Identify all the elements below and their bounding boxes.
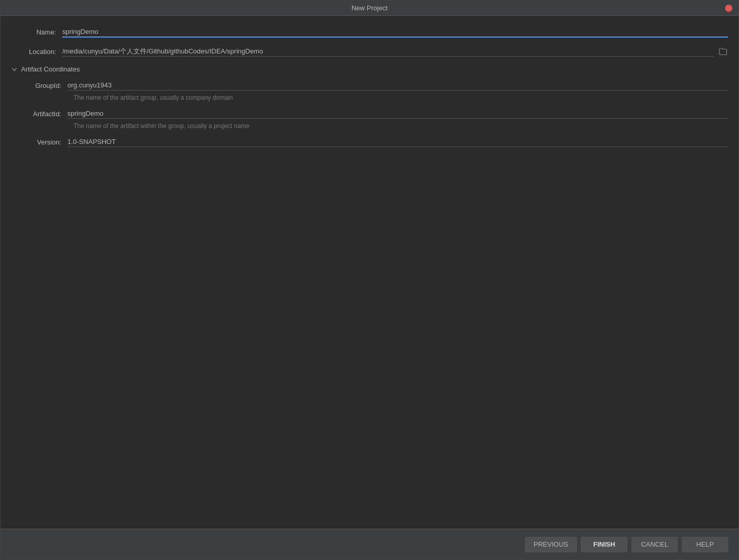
cancel-button[interactable]: CANCEL: [631, 537, 678, 552]
location-input[interactable]: [62, 46, 714, 57]
artifact-section-header[interactable]: Artifact Coordinates: [11, 65, 728, 73]
bottom-bar: PREVIOUS FINISH CANCEL HELP: [1, 529, 738, 559]
groupid-hint: The name of the artifact group, usually …: [74, 94, 233, 101]
content-area: Name: Location: Artifact Coordinates: [1, 16, 738, 529]
artifactid-label: ArtifactId:: [21, 110, 67, 118]
groupid-input[interactable]: [67, 80, 728, 91]
artifactid-row: ArtifactId:: [21, 106, 728, 121]
finish-button[interactable]: FINISH: [581, 537, 627, 552]
artifactid-hint-row: The name of the artifact within the grou…: [21, 122, 728, 130]
groupid-row: GroupId:: [21, 78, 728, 93]
artifactid-input[interactable]: [67, 109, 728, 119]
artifact-section-content: GroupId: The name of the artifact group,…: [11, 78, 728, 149]
groupid-hint-row: The name of the artifact group, usually …: [21, 94, 728, 101]
location-label: Location:: [11, 48, 62, 56]
groupid-label: GroupId:: [21, 82, 67, 89]
name-input[interactable]: [62, 27, 728, 38]
title-bar: New Project: [1, 1, 738, 16]
artifactid-hint: The name of the artifact within the grou…: [74, 122, 250, 130]
folder-icon[interactable]: [718, 46, 728, 57]
previous-button[interactable]: PREVIOUS: [525, 537, 577, 552]
artifact-section-title: Artifact Coordinates: [21, 65, 80, 73]
version-input[interactable]: [67, 137, 728, 147]
window-title: New Project: [351, 4, 388, 12]
help-button[interactable]: HELP: [682, 537, 728, 552]
chevron-down-icon: [11, 66, 18, 73]
version-label: Version:: [21, 138, 67, 146]
location-row: Location:: [11, 44, 728, 59]
main-window: New Project Name: Location:: [0, 0, 739, 560]
name-label: Name:: [11, 28, 62, 36]
name-row: Name:: [11, 24, 728, 40]
close-button[interactable]: [725, 5, 732, 12]
version-row: Version:: [21, 135, 728, 149]
